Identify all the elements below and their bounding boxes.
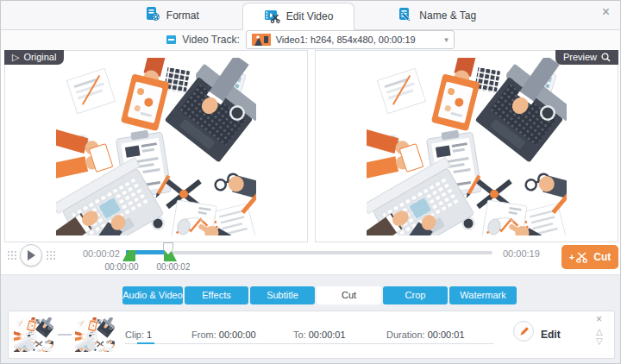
tab-crop[interactable]: Crop <box>383 286 448 304</box>
tab-name-tag-label: Name & Tag <box>419 9 476 22</box>
play-icon <box>27 250 35 260</box>
edit-clip-button[interactable] <box>513 321 534 342</box>
video-track-value: Video1: h264, 854x480, 00:00:19 <box>276 35 416 45</box>
video-track-dropdown[interactable]: Video1: h264, 854x480, 00:00:19 ▾ <box>246 30 455 49</box>
transport-bar: 00:00:02 00:00:00 00:00:02 00:00:19 + Cu… <box>1 243 620 274</box>
tab-subtitle[interactable]: Subtitle <box>250 286 315 304</box>
cut-button[interactable]: + Cut <box>561 245 618 269</box>
trim-start-handle[interactable] <box>122 250 135 261</box>
clip-end-thumbnail <box>75 317 115 352</box>
grip-dots-left <box>7 250 18 260</box>
scissors-icon <box>576 252 589 263</box>
original-play-icon: ▷ <box>12 50 19 65</box>
tab-format-label: Format <box>166 9 199 22</box>
clip-row-underline <box>125 343 494 344</box>
clip-list-panel: Clip: 1 From: 00:00:00 To: 00:00:01 Dura… <box>8 311 615 359</box>
video-track-icon <box>166 35 176 44</box>
name-tag-icon <box>398 6 413 24</box>
from-field: From: 00:00:00 <box>191 329 256 340</box>
magnifier-icon <box>601 53 611 62</box>
seek-track[interactable] <box>126 251 492 254</box>
clip-start-thumbnail <box>14 317 53 352</box>
clip-range-connector <box>58 334 72 336</box>
original-video-frame <box>56 58 256 239</box>
preview-badge-label: Preview <box>563 50 597 65</box>
edit-video-dialog: Format Edit Video Name & Tag × Video Tra… <box>0 0 621 364</box>
format-icon <box>145 6 160 24</box>
seek-thumb[interactable] <box>162 242 174 259</box>
duration-field: Duration: 00:00:01 <box>386 329 465 340</box>
pencil-icon <box>518 326 530 337</box>
cut-button-label: Cut <box>593 251 611 263</box>
clip-number-input[interactable]: 1 <box>147 329 152 340</box>
clip-input-underline <box>137 342 154 344</box>
top-tab-bar: Format Edit Video Name & Tag <box>1 1 620 30</box>
output-video-frame <box>367 58 567 239</box>
edit-video-icon <box>264 8 280 26</box>
to-value[interactable]: 00:00:01 <box>309 329 346 340</box>
tab-cut[interactable]: Cut <box>317 286 381 304</box>
video-track-label: Video Track: <box>182 34 239 46</box>
play-button[interactable] <box>20 244 42 267</box>
tab-edit-video[interactable]: Edit Video <box>242 3 355 30</box>
from-label: From: <box>191 329 216 340</box>
duration-label: Duration: <box>386 329 425 340</box>
plus-icon: + <box>569 252 574 262</box>
to-field: To: 00:00:01 <box>293 329 346 340</box>
tab-edit-video-label: Edit Video <box>286 10 334 22</box>
from-value[interactable]: 00:00:00 <box>219 329 256 340</box>
close-icon[interactable]: × <box>602 5 610 19</box>
move-up-icon[interactable]: △ <box>596 328 603 336</box>
grip-dots-right <box>46 250 57 260</box>
remove-clip-icon[interactable]: × <box>596 313 602 325</box>
original-badge-label: Original <box>23 50 56 65</box>
move-down-icon[interactable]: ▽ <box>596 337 603 346</box>
current-time: 00:00:02 <box>83 248 120 259</box>
tab-effects[interactable]: Effects <box>185 286 248 304</box>
duration-value: 00:00:01 <box>428 329 465 340</box>
to-label: To: <box>293 329 306 340</box>
clip-label: Clip: <box>125 329 144 340</box>
tab-watermark[interactable]: Watermark <box>449 286 517 304</box>
chevron-down-icon: ▾ <box>444 35 448 44</box>
preview-badge[interactable]: Preview <box>555 50 618 65</box>
trim-end-time: 00:00:02 <box>149 262 198 272</box>
trim-start-time: 00:00:00 <box>97 262 146 272</box>
video-thumbnail-mini <box>252 34 271 46</box>
edit-section: Audio & Video Effects Subtitle Cut Crop … <box>1 274 620 363</box>
edit-tab-bar: Audio & Video Effects Subtitle Cut Crop … <box>122 286 517 304</box>
tab-format[interactable]: Format <box>124 1 220 29</box>
original-badge: ▷ Original <box>4 50 64 65</box>
original-preview-pane: ▷ Original <box>4 50 308 242</box>
clip-field: Clip: 1 <box>125 329 152 340</box>
tab-audio-video[interactable]: Audio & Video <box>122 286 183 304</box>
output-preview-pane: Preview <box>315 50 618 242</box>
video-track-bar: Video Track: Video1: h264, 854x480, 00:0… <box>1 29 620 50</box>
total-time: 00:00:19 <box>503 248 540 259</box>
edit-clip-label[interactable]: Edit <box>541 329 561 341</box>
tab-name-tag[interactable]: Name & Tag <box>377 1 497 29</box>
